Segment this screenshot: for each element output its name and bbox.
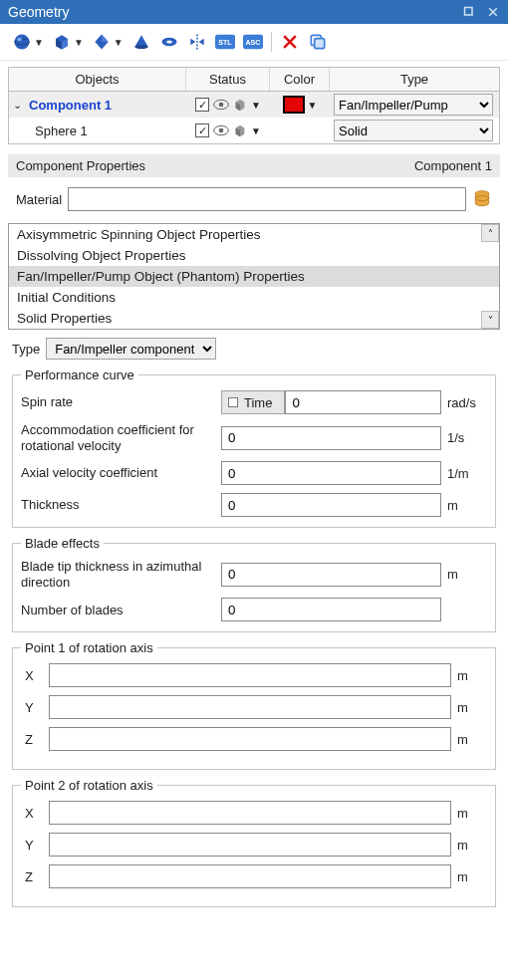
tool-asc[interactable]: ASC xyxy=(241,30,265,54)
spin-rate-label: Spin rate xyxy=(21,394,215,410)
p2-y-input[interactable] xyxy=(49,833,451,857)
time-toggle-button[interactable]: Time xyxy=(221,390,285,414)
svg-point-12 xyxy=(166,41,172,44)
svg-marker-14 xyxy=(198,39,203,46)
header-type[interactable]: Type xyxy=(330,68,499,91)
point1-group: Point 1 of rotation axis Xm Ym Zm xyxy=(12,640,496,770)
expand-chevron-icon[interactable]: ⌄ xyxy=(13,99,23,112)
chevron-down-icon: ▼ xyxy=(114,37,124,48)
type-select-row0[interactable]: Fan/Impeller/Pump xyxy=(334,94,493,116)
chevron-down-icon[interactable]: ▼ xyxy=(308,100,318,111)
num-blades-input[interactable] xyxy=(221,598,441,621)
x-label: X xyxy=(21,806,43,821)
enable-checkbox[interactable]: ✓ xyxy=(195,98,209,112)
accommodation-input[interactable] xyxy=(221,426,441,450)
type-label: Type xyxy=(12,342,40,357)
group-legend: Performance curve xyxy=(21,368,138,382)
chevron-down-icon[interactable]: ▼ xyxy=(251,100,261,111)
point2-group: Point 2 of rotation axis Xm Ym Zm xyxy=(12,778,496,907)
header-objects[interactable]: Objects xyxy=(9,68,186,91)
chevron-down-icon: ▼ xyxy=(74,37,84,48)
object-name: Sphere 1 xyxy=(33,123,88,138)
unit-label: rad/s xyxy=(447,395,487,410)
spin-rate-input[interactable] xyxy=(285,390,441,414)
unit-label: m xyxy=(447,567,487,582)
p2-z-input[interactable] xyxy=(49,864,451,888)
p1-x-input[interactable] xyxy=(49,663,451,687)
scroll-up-icon[interactable]: ˄ xyxy=(481,224,499,242)
fan-type-select[interactable]: Fan/Impeller component xyxy=(46,338,216,360)
material-label: Material xyxy=(16,192,62,207)
scroll-down-icon[interactable]: ˅ xyxy=(481,311,499,329)
list-item[interactable]: Initial Conditions xyxy=(9,287,499,308)
chevron-down-icon: ▼ xyxy=(34,37,44,48)
tool-box[interactable]: ▼ xyxy=(50,30,86,54)
unit-label: 1/m xyxy=(447,466,487,481)
visibility-icon[interactable] xyxy=(213,98,229,112)
header-status[interactable]: Status xyxy=(186,68,270,91)
blade-effects-group: Blade effects Blade tip thickness in azi… xyxy=(12,536,496,632)
svg-text:ASC: ASC xyxy=(245,39,260,47)
property-category-list[interactable]: Axisymmetric Spinning Object Properties … xyxy=(8,223,500,330)
unit-label: m xyxy=(457,806,487,821)
visibility-icon[interactable] xyxy=(213,123,229,137)
y-label: Y xyxy=(21,838,43,853)
geometry-toolbar: ▼ ▼ ▼ STL ASC xyxy=(0,24,508,61)
tool-delete[interactable] xyxy=(278,30,302,54)
shade-mode-icon[interactable] xyxy=(233,123,247,137)
title-text: Geometry xyxy=(8,4,69,20)
p1-y-input[interactable] xyxy=(49,695,451,719)
close-icon[interactable] xyxy=(486,5,500,19)
p2-x-input[interactable] xyxy=(49,801,451,825)
axial-input[interactable] xyxy=(221,461,441,485)
p1-z-input[interactable] xyxy=(49,727,451,751)
color-swatch[interactable] xyxy=(283,96,305,114)
unit-label: m xyxy=(457,668,487,683)
tool-stl[interactable]: STL xyxy=(213,30,237,54)
performance-curve-group: Performance curve Spin rate Time rad/s A… xyxy=(12,368,496,528)
tool-torus[interactable] xyxy=(157,30,181,54)
svg-marker-8 xyxy=(102,35,109,43)
x-label: X xyxy=(21,668,43,683)
thickness-label: Thickness xyxy=(21,497,215,513)
list-item[interactable]: Axisymmetric Spinning Object Properties xyxy=(9,224,499,245)
tool-diamond[interactable]: ▼ xyxy=(90,30,126,54)
unit-label: 1/s xyxy=(447,430,487,445)
unit-label: m xyxy=(457,732,487,747)
section-title: Component Properties xyxy=(16,158,145,173)
svg-rect-0 xyxy=(465,8,473,16)
num-blades-label: Number of blades xyxy=(21,603,215,618)
tool-cone[interactable] xyxy=(129,30,153,54)
tool-mirror[interactable] xyxy=(185,30,209,54)
dock-icon[interactable] xyxy=(462,5,476,19)
list-item[interactable]: Dissolving Object Properties xyxy=(9,245,499,266)
grid-row-component1[interactable]: ⌄ Component 1 ✓ ▼ ▼ Fan/Impeller/Pump xyxy=(9,92,499,118)
blade-tip-input[interactable] xyxy=(221,563,441,587)
tool-copy[interactable] xyxy=(306,30,330,54)
type-select-row1[interactable]: Solid xyxy=(334,120,493,141)
blade-tip-label: Blade tip thickness in azimuthal directi… xyxy=(21,559,215,590)
list-item[interactable]: Fan/Impeller/Pump Object (Phantom) Prope… xyxy=(9,266,499,287)
grid-row-sphere1[interactable]: Sphere 1 ✓ ▼ Solid xyxy=(9,118,499,143)
svg-marker-13 xyxy=(190,39,195,46)
title-bar: Geometry xyxy=(0,0,508,24)
list-item[interactable]: Solid Properties xyxy=(9,308,499,329)
objects-grid: Objects Status Color Type ⌄ Component 1 … xyxy=(8,67,500,144)
y-label: Y xyxy=(21,700,43,715)
material-database-icon[interactable] xyxy=(472,188,492,210)
header-color[interactable]: Color xyxy=(270,68,330,91)
material-input[interactable] xyxy=(68,187,466,211)
group-legend: Blade effects xyxy=(21,536,104,551)
svg-point-22 xyxy=(219,103,224,108)
chevron-down-icon[interactable]: ▼ xyxy=(251,125,261,136)
object-name: Component 1 xyxy=(27,98,112,113)
tool-sphere[interactable]: ▼ xyxy=(10,30,46,54)
group-legend: Point 1 of rotation axis xyxy=(21,640,157,655)
toolbar-separator xyxy=(271,32,272,52)
shade-mode-icon[interactable] xyxy=(233,98,247,112)
thickness-input[interactable] xyxy=(221,493,441,517)
svg-text:STL: STL xyxy=(218,39,232,47)
enable-checkbox[interactable]: ✓ xyxy=(195,123,209,137)
svg-point-10 xyxy=(134,45,147,49)
grid-header: Objects Status Color Type xyxy=(9,68,499,92)
